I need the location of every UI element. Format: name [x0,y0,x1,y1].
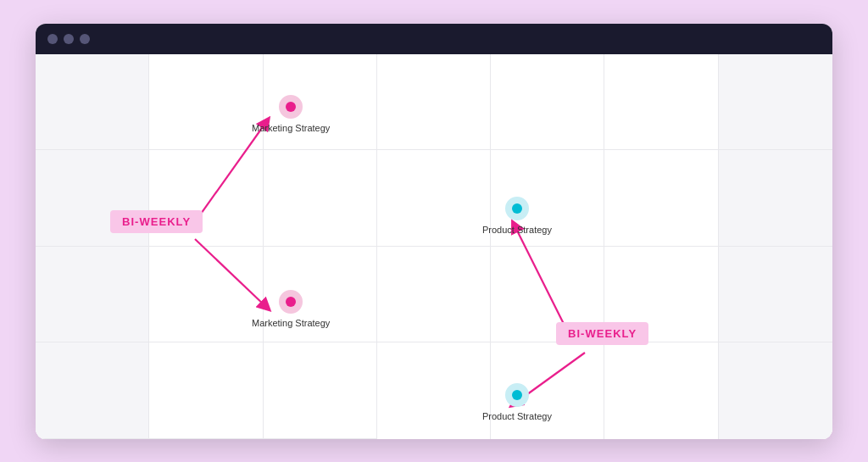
grid-cell [604,342,718,439]
grid-cell [719,247,832,343]
grid-cell [491,54,604,151]
grid-cell [149,247,263,343]
grid-cell [491,150,604,247]
grid-cell [36,54,149,151]
grid-cell [264,247,377,343]
grid-cell [264,342,377,439]
grid-cell [491,342,604,439]
window-dot-1 [47,34,58,44]
grid-cell [377,247,491,343]
grid-cell [36,247,149,343]
calendar-content: Marketing Strategy Product Strategy Mark… [36,54,832,439]
window-dot-3 [80,34,90,44]
grid-cell [264,150,377,247]
grid-cell [377,54,491,151]
grid-cell [36,342,149,439]
grid-cell [604,150,718,247]
biweekly-label-1: BI-WEEKLY [110,210,203,233]
grid-cell [264,54,377,151]
calendar-grid [36,54,832,439]
grid-cell [719,150,832,247]
grid-cell [377,342,491,439]
grid-cell [149,342,263,439]
grid-cell [149,54,263,151]
grid-cell [604,54,718,151]
window-dot-2 [64,34,74,44]
grid-cell [719,54,832,151]
biweekly-label-2: BI-WEEKLY [556,322,648,345]
grid-cell [719,342,832,439]
titlebar [36,24,832,54]
app-window: Marketing Strategy Product Strategy Mark… [36,24,832,439]
grid-cell [377,150,491,247]
